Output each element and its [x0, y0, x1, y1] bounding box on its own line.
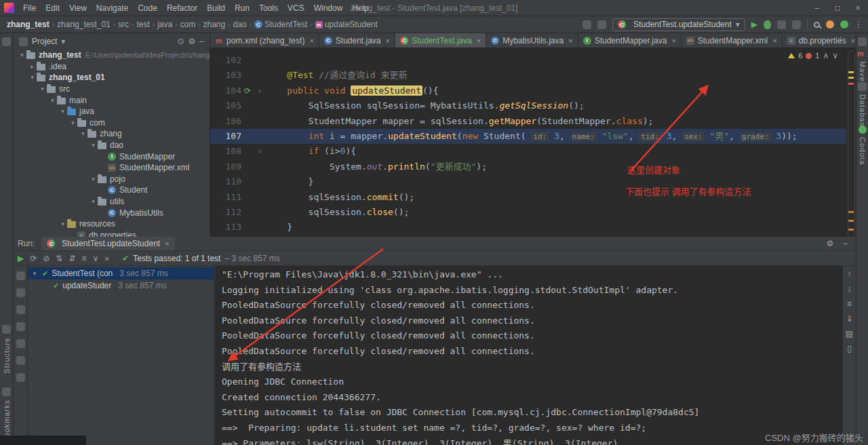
- tree-item-zhang_test_01[interactable]: ▾zhang_test_01: [14, 72, 210, 83]
- line-number[interactable]: 109: [210, 159, 241, 174]
- menu-code[interactable]: Code: [133, 0, 162, 16]
- code-line-108[interactable]: 108∨ if (i>0){: [210, 144, 846, 159]
- breadcrumb-item-src[interactable]: src: [118, 20, 129, 29]
- line-number[interactable]: 106: [210, 114, 241, 129]
- tree-chevron-icon[interactable]: ▾: [31, 270, 39, 277]
- line-number[interactable]: 105: [210, 98, 241, 113]
- collapse-all-icon[interactable]: ∨: [93, 254, 99, 263]
- editor-scrollbar[interactable]: [847, 50, 855, 234]
- tree-chevron-icon[interactable]: ▾: [89, 198, 98, 205]
- close-tab-icon[interactable]: ×: [851, 37, 855, 45]
- line-number[interactable]: 107: [210, 129, 241, 144]
- tab-MybatisUtils.java[interactable]: CMybatisUtils.java×: [486, 33, 578, 47]
- tree-chevron-icon[interactable]: ▾: [68, 119, 77, 126]
- build-hammer-icon[interactable]: [597, 20, 606, 29]
- tree-chevron-icon[interactable]: ▾: [58, 220, 67, 227]
- tree-chevron-icon[interactable]: ▾: [89, 176, 98, 182]
- vcs-update-icon[interactable]: [583, 20, 591, 29]
- code-line-107[interactable]: 107 int i = mapper.updateStudent(new Stu…: [210, 129, 846, 144]
- menu-vcs[interactable]: VCS: [283, 0, 309, 16]
- line-number[interactable]: 104: [210, 83, 241, 98]
- line-number[interactable]: 110: [210, 174, 241, 189]
- menu-refactor[interactable]: Refactor: [162, 0, 202, 16]
- code-line-109[interactable]: 109 System.out.println("更新成功");: [210, 159, 846, 174]
- tab-StudentMapper.xml[interactable]: <>StudentMapper.xml×: [682, 33, 783, 47]
- console-history-icon[interactable]: [16, 356, 25, 365]
- scroll-to-end-icon[interactable]: ⇓: [846, 315, 852, 323]
- breadcrumb-item-updateStudent[interactable]: mupdateStudent: [315, 20, 378, 29]
- soft-wrap-icon[interactable]: ≡: [847, 300, 852, 308]
- structure-tool-button[interactable]: Structure: [0, 325, 13, 374]
- breadcrumb-item-com[interactable]: com: [180, 20, 196, 29]
- tree-item-utils[interactable]: ▾utils: [14, 196, 210, 208]
- code-line-112[interactable]: 112 sqlSession.close();: [210, 205, 846, 220]
- tree-item-com[interactable]: ▾com: [14, 117, 210, 129]
- breadcrumb-item-zhang[interactable]: zhang: [203, 20, 226, 29]
- tree-chevron-icon[interactable]: ▾: [28, 74, 37, 81]
- clear-console-icon[interactable]: ▯: [847, 345, 852, 353]
- code-line-105[interactable]: 105 SqlSession sqlSession= MybatisUtils.…: [210, 98, 846, 113]
- line-number[interactable]: 113: [210, 220, 241, 235]
- rerun-tests-button[interactable]: ▶: [18, 254, 24, 263]
- menu-edit[interactable]: Edit: [41, 0, 64, 16]
- run-button[interactable]: ▶: [751, 20, 757, 28]
- project-settings-icon[interactable]: ⚙: [189, 37, 196, 45]
- coverage-button[interactable]: [777, 20, 786, 29]
- sort-by-duration-icon[interactable]: ⇅: [56, 254, 62, 263]
- breadcrumb-item-dao[interactable]: dao: [233, 20, 247, 29]
- tree-chevron-icon[interactable]: ▾: [48, 97, 57, 104]
- down-stack-icon[interactable]: [16, 322, 25, 331]
- code-line-110[interactable]: 110 }: [210, 174, 846, 189]
- minimize-button[interactable]: –: [807, 0, 827, 16]
- run-tab[interactable]: C StudentTest.updateStudent ×: [41, 237, 174, 250]
- tab-StudentMapper.java[interactable]: IStudentMapper.java×: [578, 33, 682, 47]
- sort-alphabetically-icon[interactable]: ⇵: [68, 254, 75, 263]
- tab-StudentTest.java[interactable]: CStudentTest.java×: [395, 33, 486, 47]
- tab-Student.java[interactable]: CStudent.java×: [319, 33, 395, 47]
- code-line-104[interactable]: 104⟳∨ public void updateStudent(){: [210, 83, 846, 98]
- codota-status-icon[interactable]: [840, 20, 848, 28]
- test-node-updateStuder[interactable]: ✔updateStuder3 sec 857 ms: [28, 279, 214, 292]
- menu-build[interactable]: Build: [202, 0, 230, 16]
- tree-chevron-icon[interactable]: ▾: [18, 52, 26, 58]
- code-line-102[interactable]: 102: [210, 53, 846, 68]
- close-tab-icon[interactable]: ×: [568, 37, 572, 45]
- tree-item-.idea[interactable]: ▸.idea: [14, 61, 210, 73]
- close-tab-icon[interactable]: ×: [309, 37, 313, 45]
- more-actions-icon[interactable]: ⋮: [854, 20, 863, 28]
- restore-layout-icon[interactable]: [16, 271, 25, 280]
- maximize-button[interactable]: □: [827, 0, 848, 16]
- scroll-up-icon[interactable]: ↑: [848, 270, 852, 278]
- tree-chevron-icon[interactable]: ▾: [38, 85, 47, 92]
- breadcrumb-item-java[interactable]: java: [157, 20, 172, 29]
- run-settings-icon[interactable]: ⚙: [827, 239, 834, 248]
- hide-project-panel-icon[interactable]: –: [199, 37, 204, 45]
- close-tab-icon[interactable]: ×: [386, 37, 390, 45]
- tab-overflow-icon[interactable]: ⋮: [837, 36, 845, 44]
- pin-tab-icon[interactable]: [16, 288, 25, 297]
- tree-item-src[interactable]: ▾src: [14, 83, 210, 95]
- menu-tools[interactable]: Tools: [254, 0, 283, 16]
- breadcrumb-item-zhang_test[interactable]: zhang_test: [7, 20, 50, 29]
- console-settings-icon[interactable]: [16, 339, 25, 348]
- scrollbar-thumb[interactable]: [848, 51, 855, 244]
- menu-view[interactable]: View: [64, 0, 92, 16]
- code-line-113[interactable]: 113 }: [210, 220, 846, 235]
- tree-chevron-icon[interactable]: ▾: [89, 142, 98, 149]
- tree-item-db.properties[interactable]: ≡db.properties: [14, 230, 210, 237]
- notifications-button[interactable]: [856, 37, 868, 46]
- test-node-StudentTest (con[interactable]: ▾✔StudentTest (con3 sec 857 ms: [28, 267, 214, 279]
- menu-window[interactable]: Window: [309, 0, 348, 16]
- tree-item-main[interactable]: ▾main: [14, 94, 210, 106]
- more-toolbar-icon[interactable]: »: [104, 254, 109, 263]
- project-view-chevron-icon[interactable]: ▾: [61, 37, 65, 45]
- profiler-button[interactable]: [792, 20, 801, 29]
- database-tool-button[interactable]: Database: [856, 82, 868, 132]
- tree-item-zhang_test[interactable]: ▾zhang_testE:\Users\potential\IdeaProjec…: [14, 50, 210, 61]
- close-tab-icon[interactable]: ×: [477, 37, 481, 45]
- line-number[interactable]: 112: [210, 205, 241, 220]
- code-line-103[interactable]: 103 @Test //通过查询id 来更新: [210, 68, 846, 83]
- hide-run-panel-icon[interactable]: –: [843, 239, 848, 248]
- tree-item-zhang[interactable]: ▾zhang: [14, 128, 210, 140]
- debug-button[interactable]: [764, 20, 771, 29]
